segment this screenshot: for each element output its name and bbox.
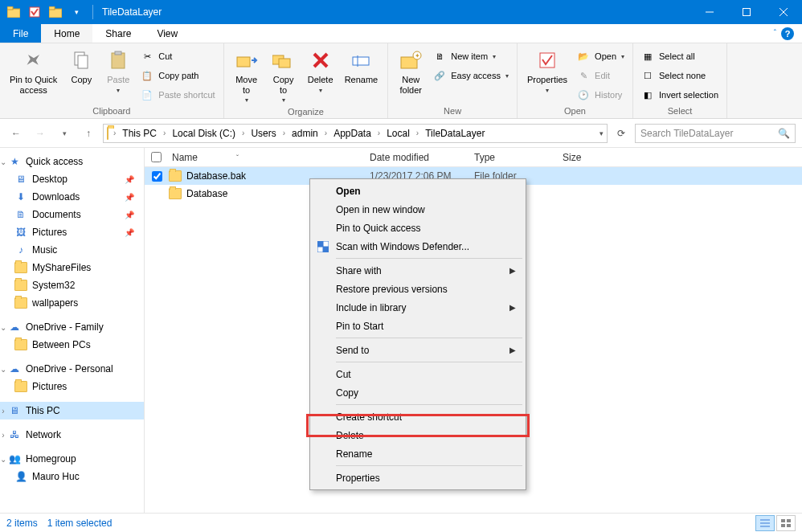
ctx-open-new-window[interactable]: Open in new window [312,200,524,219]
ctx-cut[interactable]: Cut [312,365,524,383]
sidebar-music[interactable]: ♪Music [0,241,144,259]
file-name: Database [186,188,227,199]
crumb-1[interactable]: Local Disk (C:) [170,128,237,139]
forward-button[interactable]: → [31,124,50,143]
open-button[interactable]: 📂Open ▾ [574,47,628,65]
crumb-3[interactable]: admin [290,128,320,139]
col-type[interactable]: Type [474,152,563,163]
sidebar-between-pcs[interactable]: Between PCs [0,336,144,354]
ctx-properties[interactable]: Properties [312,469,524,487]
folder-icon [107,128,108,139]
sidebar-onedrive-pictures[interactable]: Pictures [0,378,144,395]
details-view-button[interactable] [755,515,775,531]
edit-button[interactable]: ✎Edit [574,67,628,84]
paste-shortcut-button[interactable]: 📄Paste shortcut [137,86,218,104]
copy-button[interactable]: Copy [63,46,99,87]
crumb-6[interactable]: TileDataLayer [424,128,486,139]
crumb-0[interactable]: This PC [121,128,158,139]
move-to-icon [234,47,260,73]
ribbon-collapse-icon[interactable]: ˆ [774,29,776,38]
qat-properties-icon[interactable] [26,3,43,21]
crumb-4[interactable]: AppData [332,128,373,139]
sidebar-this-pc[interactable]: ›🖥This PC [0,402,144,419]
thumbnails-view-button[interactable] [776,515,796,531]
ctx-pin-start[interactable]: Pin to Start [312,317,524,335]
sidebar-mysharefiles[interactable]: MyShareFiles [0,259,144,276]
select-all-checkbox[interactable] [151,152,162,162]
new-folder-button[interactable]: ✦ New folder [393,46,428,96]
recent-locations-button[interactable]: ▾ [55,124,74,143]
svg-rect-15 [279,59,290,68]
sidebar-onedrive-family[interactable]: ⌄☁OneDrive - Family [0,318,144,336]
back-button[interactable]: ← [6,124,26,143]
ctx-delete[interactable]: Delete [312,426,524,444]
crumb-5[interactable]: Local [385,128,411,139]
rename-button[interactable]: Rename [340,46,383,87]
tab-file[interactable]: File [0,24,41,43]
sidebar-downloads[interactable]: ⬇Downloads📌 [0,188,144,206]
sidebar-desktop[interactable]: 🖥Desktop📌 [0,170,144,188]
sidebar-user[interactable]: 👤Mauro Huc [0,468,144,485]
sidebar-system32[interactable]: System32 [0,276,144,294]
close-button[interactable] [765,0,802,24]
easy-access-button[interactable]: 🔗Easy access ▾ [430,67,512,84]
tab-view[interactable]: View [144,24,190,43]
sidebar-pictures[interactable]: 🖼Pictures📌 [0,223,144,241]
delete-button[interactable]: Delete▾ [303,46,338,96]
user-icon: 👤 [14,470,27,483]
help-icon[interactable]: ? [781,27,794,40]
history-button[interactable]: 🕑History [574,86,628,104]
sidebar-wallpapers[interactable]: wallpapers [0,294,144,312]
properties-button[interactable]: Properties▾ [522,46,572,96]
refresh-button[interactable]: ⟳ [612,125,630,142]
cut-button[interactable]: ✂Cut [137,47,218,65]
paste-button[interactable]: Paste ▾ [100,46,136,96]
select-none-button[interactable]: ☐Select none [638,67,722,84]
ctx-restore-versions[interactable]: Restore previous versions [312,280,524,298]
submenu-arrow-icon: ▶ [509,303,524,312]
sidebar-homegroup[interactable]: ⌄👥Homegroup [0,450,144,468]
sidebar-network[interactable]: ›🖧Network [0,426,144,444]
new-item-button[interactable]: 🗎New item ▾ [430,47,512,65]
maximize-button[interactable] [728,0,765,24]
pin-quick-access-button[interactable]: Pin to Quick access [5,46,62,96]
select-all-icon: ▦ [641,50,654,63]
ctx-copy[interactable]: Copy [312,383,524,402]
music-icon: ♪ [14,243,27,256]
col-name[interactable]: Nameˇ [169,152,370,163]
address-dropdown-icon[interactable]: ▾ [599,129,604,137]
ctx-pin-quick-access[interactable]: Pin to Quick access [312,219,524,237]
copy-path-button[interactable]: 📋Copy path [137,67,218,84]
row-checkbox[interactable] [152,171,162,182]
select-all-button[interactable]: ▦Select all [638,47,722,65]
nav-sidebar: ⌄★Quick access 🖥Desktop📌 ⬇Downloads📌 🗎Do… [0,148,145,513]
tab-home[interactable]: Home [41,24,92,43]
svg-rect-32 [323,241,329,247]
copy-to-button[interactable]: Copy to▾ [266,46,301,105]
ctx-send-to[interactable]: Send to▶ [312,341,524,359]
qat-customize-icon[interactable]: ▾ [68,3,85,21]
up-button[interactable]: ↑ [79,124,98,143]
search-input[interactable]: Search TileDataLayer 🔍 [635,124,796,143]
col-date[interactable]: Date modified [370,152,474,163]
qat-newfolder-icon[interactable] [47,3,64,21]
title-bar: ▾ TileDataLayer [0,0,802,24]
minimize-button[interactable] [691,0,728,24]
onedrive-icon: ☁ [8,362,21,375]
ctx-open[interactable]: Open [312,182,524,200]
ctx-share-with[interactable]: Share with▶ [312,261,524,280]
tab-share[interactable]: Share [92,24,144,43]
ctx-scan-defender[interactable]: Scan with Windows Defender... [312,237,524,256]
col-size[interactable]: Size [563,152,619,163]
ctx-include-library[interactable]: Include in library▶ [312,298,524,317]
ctx-create-shortcut[interactable]: Create shortcut [312,407,524,426]
sidebar-documents[interactable]: 🗎Documents📌 [0,206,144,223]
move-to-button[interactable]: Move to▾ [229,46,264,105]
svg-rect-4 [49,6,55,10]
sidebar-onedrive-personal[interactable]: ⌄☁OneDrive - Personal [0,360,144,378]
invert-selection-button[interactable]: ◧Invert selection [638,86,722,104]
crumb-2[interactable]: Users [249,128,277,139]
address-bar[interactable]: › This PC› Local Disk (C:)› Users› admin… [103,124,608,143]
sidebar-quick-access[interactable]: ⌄★Quick access [0,153,144,170]
ctx-rename[interactable]: Rename [312,444,524,463]
